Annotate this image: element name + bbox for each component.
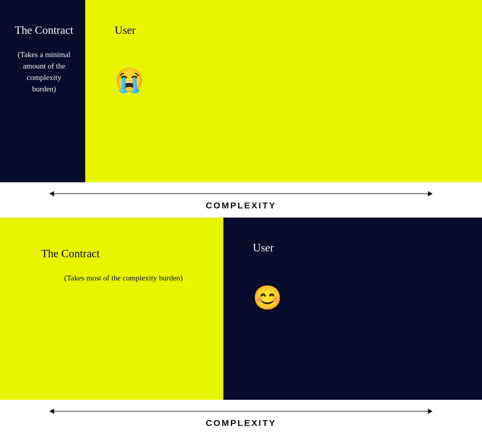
top-user-label: User bbox=[115, 24, 136, 37]
top-dark-panel: The Contract (Takes a minimal amount of … bbox=[0, 0, 85, 182]
top-panels: The Contract (Takes a minimal amount of … bbox=[0, 0, 482, 182]
top-arrow-container bbox=[50, 189, 432, 198]
happy-emoji: 😊 bbox=[253, 284, 282, 312]
top-contract-title: The Contract bbox=[15, 24, 73, 37]
bottom-yellow-panel: The Contract (Takes most of the complexi… bbox=[0, 218, 223, 400]
top-contract-subtitle: (Takes a minimal amount of the complexit… bbox=[15, 49, 73, 95]
diagram-top: The Contract (Takes a minimal amount of … bbox=[0, 0, 482, 218]
top-yellow-panel: User 😭 bbox=[85, 0, 482, 182]
bottom-arrow-container bbox=[50, 407, 432, 416]
diagram-bottom: The Contract (Takes most of the complexi… bbox=[0, 218, 482, 435]
top-complexity-label: COMPLEXITY bbox=[206, 200, 276, 210]
bottom-arrow-row: COMPLEXITY bbox=[0, 400, 482, 435]
top-arrow-line bbox=[50, 193, 432, 194]
bottom-contract-subtitle: (Takes most of the complexity burden) bbox=[41, 272, 206, 284]
top-arrow-row: COMPLEXITY bbox=[0, 182, 482, 218]
bottom-dark-panel: User 😊 bbox=[223, 218, 482, 400]
bottom-contract-title: The Contract bbox=[41, 247, 206, 260]
bottom-arrow-line bbox=[50, 411, 432, 412]
bottom-complexity-label: COMPLEXITY bbox=[206, 418, 276, 428]
crying-emoji: 😭 bbox=[115, 66, 144, 94]
bottom-panels: The Contract (Takes most of the complexi… bbox=[0, 218, 482, 400]
bottom-user-label: User bbox=[253, 241, 274, 255]
